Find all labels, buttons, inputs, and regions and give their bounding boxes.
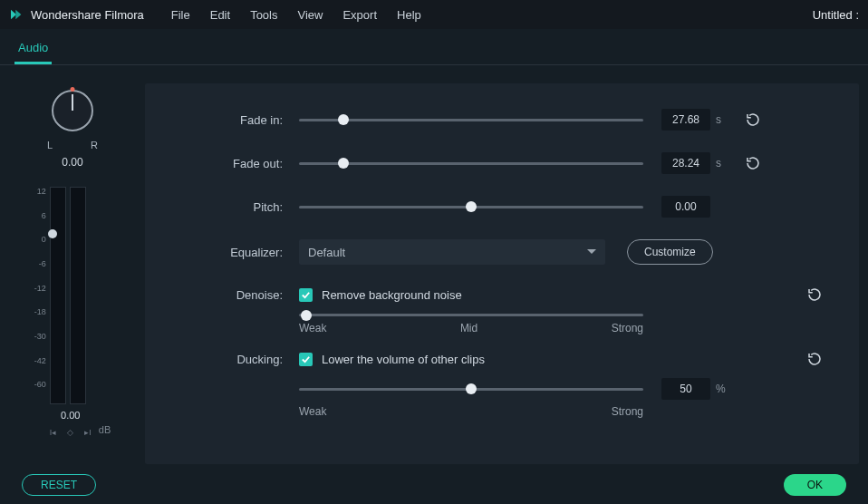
main-menu: File Edit Tools View Export Help — [171, 8, 813, 22]
equalizer-row: Equalizer: Default Customize — [181, 239, 823, 265]
pitch-label: Pitch: — [181, 200, 299, 214]
app-name: Wondershare Filmora — [31, 8, 144, 22]
next-keyframe-icon[interactable]: ▸I — [84, 428, 92, 437]
meter-unit: dB — [99, 424, 111, 435]
customize-button[interactable]: Customize — [627, 239, 713, 265]
denoise-check-label: Remove background noise — [322, 288, 462, 302]
pan-right-label: R — [91, 140, 98, 150]
pitch-row: Pitch: 0.00 — [181, 196, 823, 218]
menu-export[interactable]: Export — [342, 8, 377, 22]
document-title: Untitled : — [813, 8, 859, 22]
fade-in-unit: s — [716, 113, 730, 126]
ducking-unit: % — [716, 383, 730, 395]
left-column: L R 0.00 12 6 0 -6 -12 -18 -30 -42 -60 — [9, 83, 136, 464]
pan-knob[interactable] — [45, 83, 100, 138]
menu-view[interactable]: View — [297, 8, 323, 22]
reset-button[interactable]: RESET — [22, 474, 96, 496]
menu-edit[interactable]: Edit — [210, 8, 230, 22]
meter-scale: 12 6 0 -6 -12 -18 -30 -42 -60 — [34, 187, 46, 404]
pan-indicator-icon — [71, 87, 75, 92]
reset-icon[interactable] — [745, 155, 761, 171]
denoise-row: Denoise: Remove background noise — [181, 286, 823, 303]
equalizer-label: Equalizer: — [181, 246, 299, 259]
menu-file[interactable]: File — [171, 8, 190, 22]
fade-in-row: Fade in: 27.68 s — [181, 109, 823, 131]
check-icon — [301, 354, 311, 364]
denoise-scale: Weak Mid Strong — [299, 322, 643, 334]
pitch-slider[interactable] — [299, 206, 643, 208]
equalizer-select[interactable]: Default — [299, 239, 605, 265]
meter-bar-left[interactable] — [50, 187, 66, 404]
prev-keyframe-icon[interactable]: I◂ — [50, 428, 57, 437]
tab-bar: Audio — [0, 29, 868, 65]
ducking-value[interactable]: 50 — [661, 378, 710, 400]
denoise-checkbox[interactable] — [299, 288, 313, 302]
fade-in-label: Fade in: — [181, 113, 299, 127]
keyframe-nav: I◂ ◇ ▸I — [50, 428, 92, 437]
ok-button[interactable]: OK — [784, 474, 846, 496]
denoise-slider[interactable] — [299, 314, 643, 316]
fade-out-slider[interactable] — [299, 162, 643, 165]
tab-audio[interactable]: Audio — [14, 34, 52, 64]
meter-handle-icon[interactable] — [48, 229, 57, 238]
meter-bar-right[interactable] — [70, 187, 86, 404]
ducking-scale: Weak Strong — [299, 405, 643, 418]
ducking-check-label: Lower the volume of other clips — [322, 353, 485, 366]
reset-icon[interactable] — [806, 286, 823, 303]
menu-tools[interactable]: Tools — [250, 8, 277, 22]
footer: RESET OK — [0, 466, 868, 504]
fade-in-value[interactable]: 27.68 — [661, 109, 710, 131]
reset-icon[interactable] — [806, 351, 823, 367]
ducking-label: Ducking: — [181, 353, 299, 366]
add-keyframe-icon[interactable]: ◇ — [67, 428, 73, 437]
pan-value: 0.00 — [62, 156, 82, 169]
pitch-value[interactable]: 0.00 — [661, 196, 710, 218]
fade-in-slider[interactable] — [299, 119, 643, 121]
ducking-slider[interactable] — [299, 388, 643, 391]
level-meter: 12 6 0 -6 -12 -18 -30 -42 -60 0.00 — [34, 187, 111, 437]
audio-panel: Fade in: 27.68 s Fade out: 28.24 s Pitch… — [145, 83, 859, 464]
menu-help[interactable]: Help — [397, 8, 421, 22]
chevron-down-icon — [587, 249, 596, 255]
main-area: L R 0.00 12 6 0 -6 -12 -18 -30 -42 -60 — [0, 65, 868, 464]
denoise-label: Denoise: — [181, 288, 299, 302]
title-bar: Wondershare Filmora File Edit Tools View… — [0, 0, 868, 29]
app-logo-icon — [9, 7, 24, 22]
ducking-row: Ducking: Lower the volume of other clips — [181, 351, 823, 367]
check-icon — [301, 290, 311, 300]
fade-out-row: Fade out: 28.24 s — [181, 152, 823, 174]
ducking-checkbox[interactable] — [299, 353, 313, 366]
reset-icon[interactable] — [745, 111, 761, 128]
pan-left-label: L — [47, 140, 53, 150]
fade-out-value[interactable]: 28.24 — [661, 152, 710, 174]
fade-out-label: Fade out: — [181, 157, 299, 170]
meter-value: 0.00 — [50, 410, 92, 421]
fade-out-unit: s — [716, 157, 730, 170]
